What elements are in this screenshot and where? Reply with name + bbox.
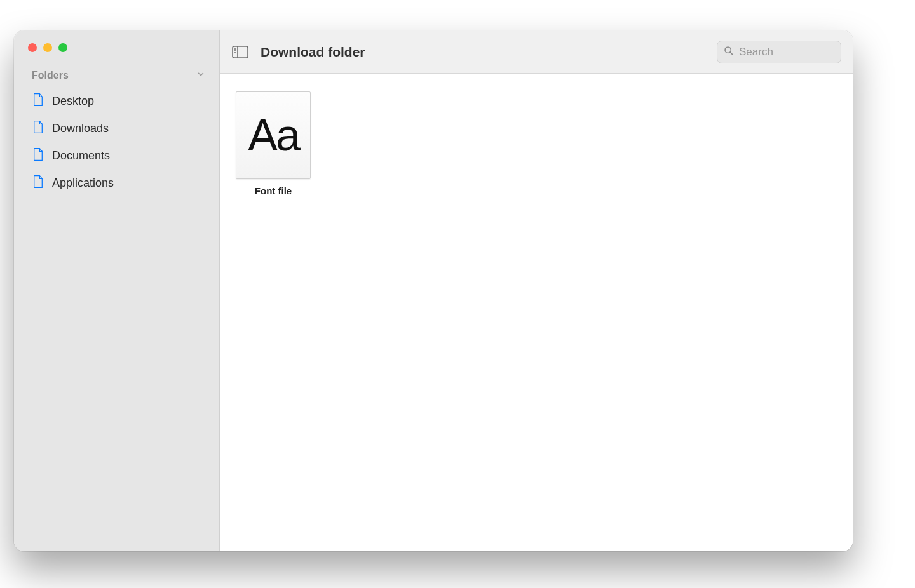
- toolbar: Download folder: [220, 30, 853, 74]
- sidebar-item-label: Documents: [52, 149, 110, 163]
- fullscreen-window-button[interactable]: [58, 43, 67, 52]
- search-icon: [724, 46, 734, 58]
- document-icon: [32, 120, 44, 137]
- sidebar: Folders Desktop Downloads: [14, 30, 220, 551]
- sidebar-section-header[interactable]: Folders: [14, 70, 219, 81]
- chevron-down-icon: [196, 70, 205, 81]
- minimize-window-button[interactable]: [43, 43, 52, 52]
- window-controls: [14, 43, 219, 70]
- search-field[interactable]: [717, 41, 841, 63]
- sidebar-item-downloads[interactable]: Downloads: [14, 115, 219, 142]
- content-area: Aa Font file: [220, 74, 853, 551]
- close-window-button[interactable]: [28, 43, 37, 52]
- document-icon: [32, 147, 44, 164]
- sidebar-toggle-button[interactable]: [231, 44, 249, 60]
- file-item[interactable]: Aa Font file: [235, 91, 311, 196]
- document-icon: [32, 93, 44, 110]
- sidebar-item-label: Desktop: [52, 95, 94, 108]
- sidebar-item-label: Downloads: [52, 122, 109, 135]
- sidebar-section-title: Folders: [32, 70, 69, 81]
- sidebar-item-applications[interactable]: Applications: [14, 170, 219, 197]
- sidebar-item-desktop[interactable]: Desktop: [14, 88, 219, 115]
- svg-rect-0: [233, 46, 248, 58]
- page-title: Download folder: [261, 44, 365, 60]
- sidebar-list: Desktop Downloads Documents Applications: [14, 88, 219, 197]
- file-label: Font file: [255, 185, 292, 196]
- font-file-icon: Aa: [236, 91, 311, 179]
- search-input[interactable]: [739, 46, 834, 58]
- sidebar-item-label: Applications: [52, 177, 114, 190]
- document-icon: [32, 175, 44, 192]
- main-panel: Download folder Aa Font file: [220, 30, 853, 551]
- sidebar-item-documents[interactable]: Documents: [14, 142, 219, 170]
- font-glyph: Aa: [248, 110, 299, 161]
- svg-line-6: [730, 52, 732, 54]
- finder-window: Folders Desktop Downloads: [14, 30, 853, 551]
